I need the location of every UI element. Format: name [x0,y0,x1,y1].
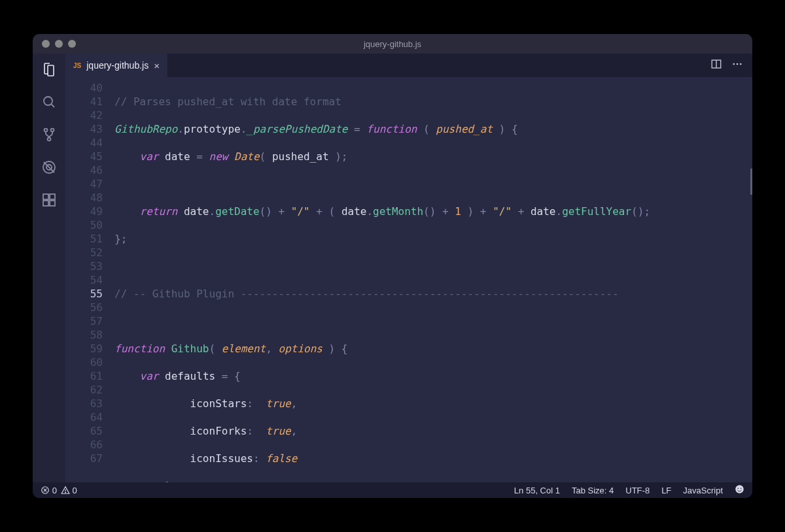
tab-bar: JS jquery-github.js × [65,54,752,77]
line-number: 43 [65,122,103,136]
code-area[interactable]: // Parses pushed_at with date format Git… [114,77,752,482]
line-number: 66 [65,438,103,452]
errors-status[interactable]: 0 [41,486,57,495]
line-number: 41 [65,95,103,108]
search-icon[interactable] [40,93,58,111]
svg-point-4 [48,138,51,141]
line-number: 67 [65,452,103,465]
scroll-indicator[interactable] [750,169,752,195]
split-editor-icon[interactable] [710,58,722,73]
line-number: 64 [65,410,103,424]
svg-point-0 [44,97,52,105]
window-title: jquery-github.js [364,39,421,49]
svg-point-14 [737,63,739,65]
file-tab[interactable]: JS jquery-github.js × [65,54,168,77]
more-actions-icon[interactable] [731,58,743,73]
line-number: 55 [65,287,103,301]
line-number: 53 [65,259,103,273]
line-number: 45 [65,150,103,163]
tab-actions [710,54,752,77]
svg-rect-10 [50,201,55,206]
editor-window: jquery-github.js JS jquery [33,34,752,498]
line-number: 61 [65,369,103,383]
svg-point-21 [735,485,744,493]
explorer-icon[interactable] [40,60,58,78]
svg-point-22 [738,488,739,489]
extensions-icon[interactable] [40,191,58,209]
line-number: 42 [65,108,103,122]
editor-body: JS jquery-github.js × 404142434445464748… [33,54,752,482]
status-bar: 0 0 Ln 55, Col 1 Tab Size: 4 UTF-8 LF Ja… [33,482,752,498]
line-number: 40 [65,81,103,95]
debug-icon[interactable] [40,158,58,176]
svg-point-15 [740,63,742,65]
tab-size[interactable]: Tab Size: 4 [572,486,614,495]
line-number: 46 [65,163,103,177]
line-number: 62 [65,383,103,397]
line-number: 65 [65,424,103,438]
eol[interactable]: LF [661,486,671,495]
code-comment: // Parses pushed_at with date format [114,95,341,108]
svg-rect-9 [43,201,48,206]
code-editor[interactable]: 4041424344454647484950515253545556575859… [65,77,752,482]
line-number: 56 [65,301,103,314]
editor-main: JS jquery-github.js × 404142434445464748… [65,54,752,482]
feedback-icon[interactable] [735,484,744,496]
svg-rect-7 [43,194,48,199]
encoding[interactable]: UTF-8 [625,486,650,495]
line-number: 54 [65,273,103,287]
svg-rect-8 [50,194,55,199]
line-number: 60 [65,356,103,369]
window-controls [33,40,76,48]
line-number: 44 [65,136,103,150]
line-number: 48 [65,191,103,205]
svg-line-1 [51,104,54,107]
line-number: 49 [65,205,103,218]
line-number: 63 [65,397,103,410]
line-number: 51 [65,232,103,246]
svg-point-23 [741,488,742,489]
svg-point-20 [65,492,65,493]
line-number: 50 [65,218,103,232]
line-number: 52 [65,246,103,259]
language-mode[interactable]: JavaScript [683,486,723,495]
line-number: 47 [65,177,103,191]
svg-point-2 [44,129,48,132]
file-lang-tag: JS [73,62,81,69]
source-control-icon[interactable] [40,125,58,144]
maximize-window-button[interactable] [68,40,76,48]
code-comment: // -- Github Plugin --------------------… [114,288,619,300]
minimize-window-button[interactable] [55,40,63,48]
line-number: 59 [65,342,103,356]
cursor-position[interactable]: Ln 55, Col 1 [514,486,560,495]
file-tab-label: jquery-github.js [86,60,148,71]
warnings-status[interactable]: 0 [61,486,77,495]
line-gutter: 4041424344454647484950515253545556575859… [65,77,114,482]
line-number: 57 [65,314,103,328]
activity-bar [33,54,65,482]
titlebar: jquery-github.js [33,34,752,54]
svg-point-3 [51,129,54,132]
close-tab-icon[interactable]: × [154,60,160,71]
close-window-button[interactable] [42,40,50,48]
svg-point-13 [733,63,735,65]
line-number: 58 [65,328,103,342]
